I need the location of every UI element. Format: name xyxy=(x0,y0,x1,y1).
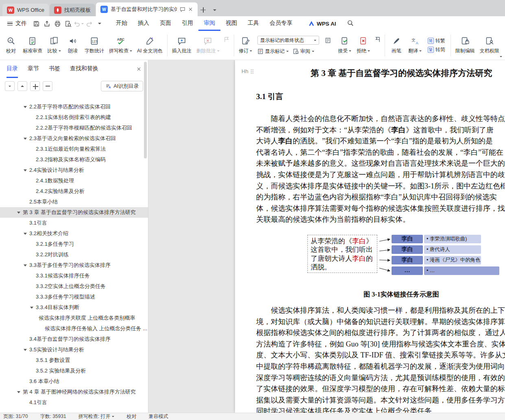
to-simplified-button[interactable]: 繁 转简 xyxy=(428,46,445,53)
sidebar-tab[interactable]: 章节 xyxy=(28,60,39,78)
toc-expand-triangle[interactable] xyxy=(24,264,29,266)
ai-polish-button[interactable]: AI 全文润色 xyxy=(135,32,165,58)
toc-expand-triangle[interactable] xyxy=(17,212,23,214)
toc-expand-triangle[interactable] xyxy=(24,349,29,351)
toc-item[interactable]: 3.5.1 参数设置 xyxy=(0,355,148,366)
ai-identify-toc-button[interactable]: AI识别目录 xyxy=(101,81,143,91)
toc-item[interactable]: 第 4 章 基于图神经网络的候选实体排序方法研究 xyxy=(0,387,148,397)
toc-item[interactable]: 2.2.1实体别名倒排索引表的构建 xyxy=(0,112,148,123)
toc-item[interactable]: 3.4基于自监督学习的候选实体排序 xyxy=(0,334,148,344)
redo-button[interactable] xyxy=(84,18,94,29)
doc-permission-button[interactable]: 文档权限 xyxy=(477,32,502,58)
toc-expand-triangle[interactable] xyxy=(24,169,29,171)
next-change-button[interactable] xyxy=(373,36,383,44)
menu-tab[interactable]: 会员专享 xyxy=(264,16,298,31)
toc-item[interactable]: 2.4.1数据预处理 xyxy=(0,175,148,186)
menu-tab[interactable]: 开始 xyxy=(111,16,133,31)
translate-button[interactable]: 文A 翻译 xyxy=(406,32,424,58)
sidebar-tab[interactable]: 书签 xyxy=(49,60,60,78)
toc-item[interactable]: 3.2.1多任务学习 xyxy=(0,239,148,249)
to-traditional-button[interactable]: 简 转繁 xyxy=(428,37,445,44)
menu-tab[interactable]: 引用 xyxy=(176,16,198,31)
toc-item[interactable]: 3.3.4目标实体判断 xyxy=(0,302,148,313)
heading-drag-tool[interactable]: Hh xyxy=(242,68,252,74)
toc-item[interactable]: 2.2基于字符串匹配的候选实体召回 xyxy=(0,102,148,112)
toc-item[interactable]: 4.1引言 xyxy=(0,397,148,408)
status-compat-mode[interactable]: 兼容模式 xyxy=(148,413,168,420)
revision-pane-button[interactable] xyxy=(323,36,333,44)
toc-item[interactable]: 3.1引言 xyxy=(0,218,148,228)
toc-item[interactable]: 2.2.2基于字符串模糊匹配的候选实体召回 xyxy=(0,123,148,133)
delete-comment-button[interactable]: 删除批注 xyxy=(194,32,222,58)
print-button[interactable] xyxy=(52,18,63,29)
new-tab-button[interactable] xyxy=(198,4,209,16)
proofread-button[interactable]: A 校对 xyxy=(2,32,20,58)
toc-item[interactable]: 3.3.3多任务学习模型描述 xyxy=(0,292,148,302)
word-count-button[interactable]: 123 字数统计 xyxy=(82,32,107,58)
toc-item[interactable]: 候选实体排序关联度 上位概念各类别概率 xyxy=(0,313,148,323)
status-proofread[interactable]: 校对 xyxy=(126,413,136,420)
toc-expand-triangle[interactable] xyxy=(24,138,29,140)
track-changes-button[interactable]: 修订 xyxy=(236,32,255,58)
app-tab-docer[interactable]: 找稻壳模板 xyxy=(50,4,95,16)
menu-tab[interactable]: 视图 xyxy=(220,16,242,31)
toc-item[interactable]: 3.5.2 实验结果及分析 xyxy=(0,366,148,376)
insert-comment-button[interactable]: 插入批注 xyxy=(170,32,194,58)
toc-item[interactable]: 3.6 本章小结 xyxy=(0,376,148,387)
previous-comment-button[interactable] xyxy=(222,36,232,44)
show-markup-button[interactable]: 显示标记 xyxy=(257,48,289,55)
toc-expand-triangle[interactable] xyxy=(24,106,29,108)
toc-expand-triangle[interactable] xyxy=(30,307,36,309)
status-word-count[interactable]: 字数: 35931 xyxy=(40,413,66,420)
close-sidebar-icon[interactable] xyxy=(137,67,141,71)
toc-item[interactable]: 2.3.2指称及实体名称语义编码 xyxy=(0,154,148,165)
restrict-edit-button[interactable]: 限制编辑 xyxy=(453,32,477,58)
toc-item[interactable]: 2.5本章小结 xyxy=(0,197,148,207)
toc-item[interactable]: 2.4.2实验结果及分析 xyxy=(0,186,148,197)
close-tab-icon[interactable] xyxy=(188,7,193,12)
menu-tab[interactable]: 页面 xyxy=(155,16,176,31)
toc-item[interactable]: 3.5实验设计与结果分析 xyxy=(0,344,148,355)
more-commands-button[interactable] xyxy=(94,18,105,29)
document-area[interactable]: Hh 第 3 章 基于自监督学习的候选实体排序方法研究 3.1 引言 随着人类社… xyxy=(148,60,505,413)
app-tab-wps-office[interactable]: W WPS Office xyxy=(2,4,49,16)
wps-ai-button[interactable]: WPS AI xyxy=(304,20,340,27)
menu-tab[interactable]: 插入 xyxy=(133,16,155,31)
collapse-all-button[interactable] xyxy=(17,81,27,91)
document-page[interactable]: Hh 第 3 章 基于自监督学习的候选实体排序方法研究 3.1 引言 随着人类社… xyxy=(235,60,505,413)
compare-button[interactable]: 比较 xyxy=(45,32,63,58)
toc-item[interactable]: 候选实体排序任务输入 上位概念分类任务 ... xyxy=(0,323,148,334)
collapse-ribbon-button[interactable] xyxy=(500,52,502,58)
menu-tab[interactable]: 工具 xyxy=(242,16,264,31)
zoom-out-outline-button[interactable] xyxy=(43,81,52,91)
toc-item[interactable]: 3.2.2对抗训练 xyxy=(0,249,148,260)
standard-review-button[interactable]: 标准审查 xyxy=(20,32,45,58)
document-tab-active[interactable]: W 基于自监督和对比学习的实体 xyxy=(96,2,198,16)
tab-list-button[interactable] xyxy=(209,4,220,16)
toc-item[interactable]: 3.3.1候选实体排序任务 xyxy=(0,271,148,281)
menu-tab[interactable]: 审阅 xyxy=(198,16,220,31)
toc-item[interactable]: 3.3基于多任务学习的候选实体排序 xyxy=(0,260,148,271)
toc-item[interactable]: 3.2相关技术介绍 xyxy=(0,228,148,239)
undo-button[interactable] xyxy=(73,18,84,29)
ink-pen-button[interactable]: 画笔 xyxy=(387,32,406,58)
sidebar-tab[interactable]: 目录 xyxy=(7,60,18,78)
accept-change-button[interactable]: 接受 xyxy=(335,32,354,58)
toc-item[interactable]: 第 3 章 基于自监督学习的候选实体排序方法研究 xyxy=(0,207,148,218)
expand-all-button[interactable] xyxy=(5,81,15,91)
toc-item[interactable]: 3.3.2空实体上位概念分类任务 xyxy=(0,281,148,292)
file-menu-button[interactable]: 文件 xyxy=(3,16,31,31)
status-spellcheck[interactable]: 拼写检查: 打开 xyxy=(78,413,115,420)
print-preview-button[interactable] xyxy=(63,18,73,29)
toc-expand-triangle[interactable] xyxy=(17,391,23,393)
sidebar-tab[interactable]: 查找和替换 xyxy=(70,60,98,78)
toc-expand-triangle[interactable] xyxy=(24,233,29,235)
share-button[interactable] xyxy=(41,18,52,29)
save-button[interactable] xyxy=(31,18,41,29)
toc-item[interactable]: 2.4实验设计与结果分析 xyxy=(0,165,148,175)
spell-check-button[interactable]: ABC 拼写检查 xyxy=(107,32,135,58)
review-pane-button[interactable]: 审阅 xyxy=(293,48,314,55)
read-aloud-button[interactable]: 朗读 xyxy=(63,32,82,58)
markup-state-combobox[interactable]: 显示标记的最终状态 xyxy=(257,36,319,45)
toc-item[interactable]: 2.3基于语义向量检索的候选实体召回 xyxy=(0,133,148,144)
